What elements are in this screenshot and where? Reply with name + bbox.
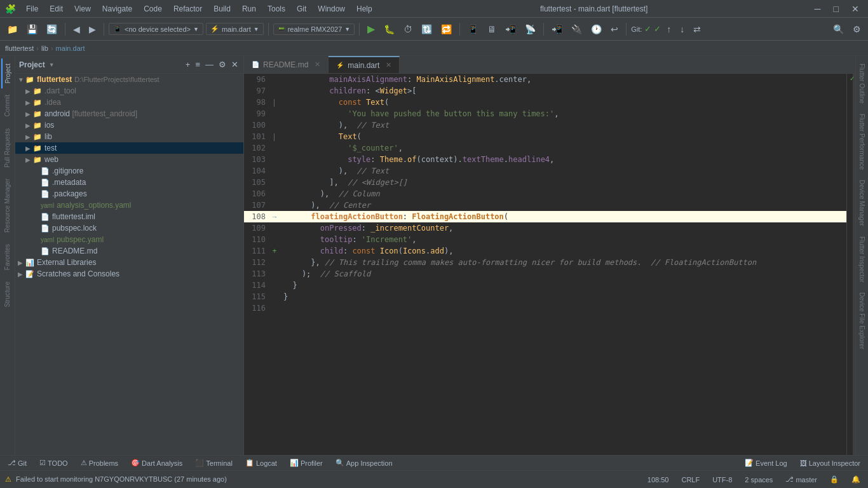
flutter-reload[interactable]: 🔃 bbox=[418, 22, 435, 36]
tree-pubspec-yaml[interactable]: yaml pubspec.yaml bbox=[15, 234, 243, 245]
tree-iml[interactable]: 📄 fluttertest.iml bbox=[15, 211, 243, 222]
device-btn5[interactable]: 📲 bbox=[548, 22, 566, 36]
save-button[interactable]: 💾 bbox=[24, 22, 41, 36]
menu-navigate[interactable]: Navigate bbox=[97, 3, 137, 15]
history-button[interactable]: 🕐 bbox=[588, 22, 605, 36]
device-btn1[interactable]: 📱 bbox=[465, 22, 482, 36]
git-pull[interactable]: ↓ bbox=[677, 22, 688, 36]
tree-packages[interactable]: 📄 .packages bbox=[15, 188, 243, 200]
flutter-inspector-icon[interactable]: Flutter Inspector bbox=[857, 231, 867, 287]
breadcrumb-lib[interactable]: lib bbox=[41, 44, 48, 52]
menu-file[interactable]: File bbox=[21, 3, 43, 15]
flutter-performance-icon[interactable]: Flutter Performance bbox=[857, 109, 867, 175]
tree-lib[interactable]: ▶ 📁 lib bbox=[15, 131, 243, 142]
tree-web[interactable]: ▶ 📁 web bbox=[15, 154, 243, 165]
device-dropdown[interactable]: 📱 <no device selected> ▼ bbox=[109, 23, 203, 35]
flutter-outline-icon[interactable]: Flutter Outline bbox=[857, 58, 867, 109]
status-notifications[interactable]: 🔔 bbox=[849, 475, 863, 484]
menu-git[interactable]: Git bbox=[292, 3, 311, 15]
git-push[interactable]: ↑ bbox=[663, 22, 674, 36]
tree-metadata[interactable]: 📄 .metadata bbox=[15, 177, 243, 188]
bt-problems[interactable]: ⚠ Problems bbox=[78, 459, 121, 467]
profile-button[interactable]: ⏱ bbox=[400, 22, 416, 36]
device-btn6[interactable]: 🔌 bbox=[568, 22, 585, 36]
device-btn4[interactable]: 📡 bbox=[522, 22, 539, 36]
code-scroll[interactable]: 96 mainAxisAlignment: MainAxisAlignment.… bbox=[244, 74, 846, 455]
sidebar-icon-commit[interactable]: Commit bbox=[2, 90, 13, 121]
breadcrumb-file[interactable]: main.dart bbox=[56, 44, 85, 52]
bt-terminal[interactable]: ⬛ Terminal bbox=[193, 459, 235, 467]
status-position[interactable]: 108:50 bbox=[645, 476, 672, 484]
tree-root[interactable]: ▼ 📁 fluttertest D:\FlutterProjects\flutt… bbox=[15, 74, 243, 85]
forward-button[interactable]: ▶ bbox=[86, 22, 99, 36]
back-button[interactable]: ◀ bbox=[70, 22, 83, 36]
main-dart-tab-close[interactable]: ✕ bbox=[386, 61, 391, 69]
tab-main-dart[interactable]: ⚡ main.dart ✕ bbox=[329, 56, 400, 73]
bt-logcat[interactable]: 📋 Logcat bbox=[243, 459, 280, 467]
tree-test[interactable]: ▶ 📁 test bbox=[15, 142, 243, 154]
flutter-restart[interactable]: 🔁 bbox=[438, 22, 455, 36]
minimize-button[interactable]: ─ bbox=[811, 3, 825, 15]
device-file-explorer-icon[interactable]: Device File Explorer bbox=[857, 287, 867, 354]
branch-dropdown[interactable]: ⚡ main.dart ▼ bbox=[206, 23, 264, 35]
bt-dart-analysis[interactable]: 🎯 Dart Analysis bbox=[128, 459, 185, 467]
open-button[interactable]: 📁 bbox=[4, 22, 21, 36]
bt-profiler[interactable]: 📊 Profiler bbox=[287, 459, 325, 467]
search-everywhere[interactable]: 🔍 bbox=[830, 22, 847, 36]
sidebar-icon-structure[interactable]: Structure bbox=[2, 276, 13, 313]
debug-button[interactable]: 🐛 bbox=[381, 22, 398, 36]
sidebar-icon-pullrequests[interactable]: Pull Requests bbox=[2, 123, 13, 173]
settings-button[interactable]: ⚙ bbox=[850, 22, 864, 36]
git-merge[interactable]: ⇄ bbox=[690, 22, 704, 36]
bt-layout-inspector[interactable]: 🖼 Layout Inspector bbox=[797, 459, 863, 467]
tree-external-libs[interactable]: ▶ 📊 External Libraries bbox=[15, 257, 243, 268]
sync-button[interactable]: 🔄 bbox=[43, 22, 60, 36]
bt-git[interactable]: ⎇ Git bbox=[5, 459, 29, 467]
status-line-ending[interactable]: CRLF bbox=[679, 476, 702, 484]
tree-scratches[interactable]: ▶ 📝 Scratches and Consoles bbox=[15, 268, 243, 280]
menu-refactor[interactable]: Refactor bbox=[168, 3, 207, 15]
sidebar-icon-project[interactable]: Project bbox=[1, 58, 13, 88]
tree-idea[interactable]: ▶ 📁 .idea bbox=[15, 97, 243, 108]
status-encoding[interactable]: UTF-8 bbox=[710, 476, 735, 484]
readme-tab-close[interactable]: ✕ bbox=[315, 60, 320, 69]
status-branch[interactable]: ⎇ master bbox=[783, 475, 820, 484]
sidebar-icon-resourcemanager[interactable]: Resource Manager bbox=[2, 173, 13, 238]
tree-analysis-options[interactable]: yaml analysis_options.yaml bbox=[15, 200, 243, 211]
bt-event-log[interactable]: 📝 Event Log bbox=[742, 459, 790, 467]
tree-pubspec-lock[interactable]: 📄 pubspec.lock bbox=[15, 222, 243, 234]
sidebar-collapse-btn[interactable]: — bbox=[204, 58, 215, 71]
bt-app-inspection[interactable]: 🔍 App Inspection bbox=[333, 459, 395, 467]
device-btn3[interactable]: 📲 bbox=[502, 22, 519, 36]
sidebar-layout-btn[interactable]: ≡ bbox=[194, 58, 201, 71]
tree-dart-tool[interactable]: ▶ 📁 .dart_tool bbox=[15, 85, 243, 97]
sidebar-dropdown-icon[interactable]: ▼ bbox=[49, 62, 55, 68]
scrollbar-track[interactable] bbox=[853, 74, 855, 455]
tree-readme[interactable]: 📄 README.md bbox=[15, 245, 243, 257]
tree-android[interactable]: ▶ 📁 android [fluttertest_android] bbox=[15, 108, 243, 119]
status-lock[interactable]: 🔒 bbox=[827, 475, 841, 484]
tree-ios[interactable]: ▶ 📁 ios bbox=[15, 119, 243, 131]
undo-button[interactable]: ↩ bbox=[607, 22, 621, 36]
maximize-button[interactable]: □ bbox=[830, 3, 843, 15]
sidebar-icon-favorites[interactable]: Favorites bbox=[2, 239, 13, 275]
device-btn2[interactable]: 🖥 bbox=[484, 22, 499, 36]
tree-gitignore[interactable]: 📄 .gitignore bbox=[15, 165, 243, 177]
menu-help[interactable]: Help bbox=[351, 3, 377, 15]
close-button[interactable]: ✕ bbox=[848, 3, 863, 15]
sidebar-add-btn[interactable]: + bbox=[184, 58, 192, 71]
menu-edit[interactable]: Edit bbox=[44, 3, 68, 15]
menu-run[interactable]: Run bbox=[237, 3, 261, 15]
sidebar-close-btn[interactable]: ✕ bbox=[230, 58, 240, 71]
breadcrumb-project[interactable]: fluttertest bbox=[5, 44, 34, 52]
device-manager-icon[interactable]: Device Manager bbox=[857, 175, 867, 231]
bt-todo[interactable]: ☑ TODO bbox=[37, 459, 71, 467]
menu-tools[interactable]: Tools bbox=[262, 3, 290, 15]
run-button[interactable]: ▶ bbox=[364, 21, 378, 37]
menu-view[interactable]: View bbox=[69, 3, 96, 15]
menu-window[interactable]: Window bbox=[313, 3, 350, 15]
status-indent[interactable]: 2 spaces bbox=[742, 476, 775, 484]
sidebar-settings-btn[interactable]: ⚙ bbox=[217, 58, 227, 71]
tab-readme[interactable]: 📄 README.md ✕ bbox=[244, 56, 329, 73]
menu-code[interactable]: Code bbox=[139, 3, 167, 15]
